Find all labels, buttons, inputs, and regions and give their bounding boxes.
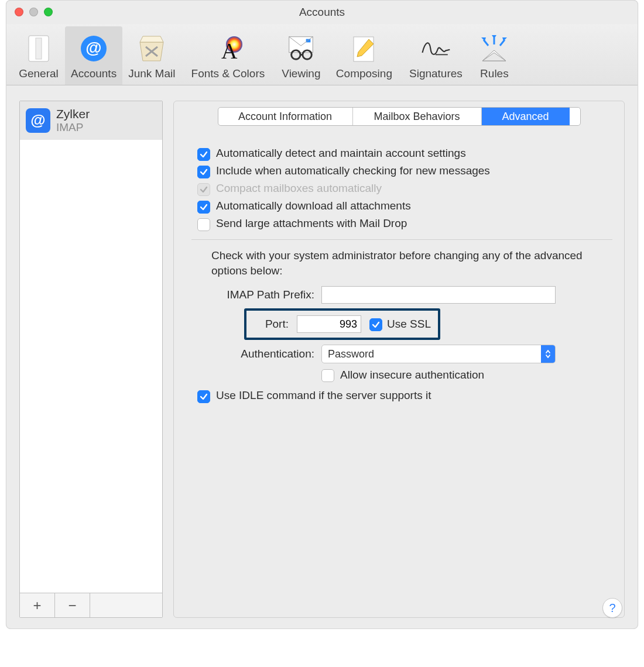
toolbar-item-composing[interactable]: Composing [327, 26, 400, 85]
compact-label: Compact mailboxes automatically [216, 182, 382, 195]
content-area: @ Zylker IMAP + − Account Information Ma… [6, 85, 638, 628]
traffic-lights [15, 8, 53, 16]
allow-insecure-checkbox[interactable] [321, 369, 334, 382]
use-idle-row: Use IDLE command if the server supports … [197, 389, 607, 403]
use-idle-label: Use IDLE command if the server supports … [216, 389, 431, 402]
use-idle-checkbox[interactable] [197, 390, 210, 403]
toolbar-item-label: Rules [480, 67, 509, 80]
toolbar-item-fonts-colors[interactable]: A Fonts & Colors [181, 26, 275, 85]
toolbar-item-general[interactable]: General [12, 26, 65, 85]
account-text: Zylker IMAP [56, 107, 90, 134]
account-subtitle: IMAP [56, 121, 90, 134]
port-input[interactable] [297, 315, 361, 333]
toolbar-item-accounts[interactable]: @ Accounts [65, 26, 122, 85]
opt-auto-detect-row: Automatically detect and maintain accoun… [197, 147, 607, 161]
composing-icon [349, 33, 379, 64]
mail-drop-checkbox[interactable] [197, 218, 210, 231]
sidebar-spacer [90, 593, 162, 617]
svg-text:@: @ [85, 39, 101, 57]
port-highlight-box: Port: Use SSL [244, 308, 440, 340]
toolbar-item-viewing[interactable]: Viewing [275, 26, 327, 85]
auto-download-label: Automatically download all attachments [216, 200, 411, 212]
svg-rect-7 [306, 39, 311, 43]
account-tabs: Account Information Mailbox Behaviors Ad… [218, 107, 581, 126]
preferences-window: Accounts General @ Accounts [6, 0, 638, 629]
auto-detect-label: Automatically detect and maintain accoun… [216, 147, 466, 160]
window-title: Accounts [6, 6, 638, 19]
toolbar-item-signatures[interactable]: Signatures [400, 26, 471, 85]
port-row: Port: Use SSL [197, 308, 607, 340]
toolbar-item-label: General [19, 67, 59, 80]
junk-mail-icon [136, 33, 167, 64]
account-name: Zylker [56, 107, 90, 121]
sidebar-buttons: + − [20, 593, 162, 617]
minimize-window-button[interactable] [29, 8, 38, 16]
fonts-colors-icon: A [213, 33, 243, 64]
auth-select[interactable]: Password [321, 345, 556, 363]
account-detail-pane: Account Information Mailbox Behaviors Ad… [173, 101, 625, 618]
svg-rect-1 [36, 38, 42, 59]
signatures-icon [420, 33, 451, 64]
close-window-button[interactable] [15, 8, 23, 16]
opt-compact-row: Compact mailboxes automatically [197, 182, 607, 196]
advanced-form: Automatically detect and maintain accoun… [174, 132, 624, 412]
toolbar-item-label: Accounts [71, 67, 117, 80]
toolbar-item-junk-mail[interactable]: Junk Mail [122, 26, 181, 85]
auto-download-checkbox[interactable] [197, 201, 210, 214]
accounts-icon: @ [78, 33, 109, 64]
opt-auto-download-row: Automatically download all attachments [197, 200, 607, 214]
toolbar-item-label: Signatures [409, 67, 463, 80]
remove-account-button[interactable]: − [55, 593, 90, 617]
toolbar-item-label: Viewing [282, 67, 320, 80]
include-check-label: Include when automatically checking for … [216, 164, 490, 177]
auto-detect-checkbox[interactable] [197, 148, 210, 161]
mail-drop-label: Send large attachments with Mail Drop [216, 217, 407, 230]
viewing-icon [286, 33, 316, 64]
toolbar-item-rules[interactable]: Rules [471, 26, 518, 85]
port-label: Port: [254, 318, 289, 331]
opt-mail-drop-row: Send large attachments with Mail Drop [197, 217, 607, 231]
imap-prefix-row: IMAP Path Prefix: [197, 286, 607, 304]
auth-label: Authentication: [197, 348, 314, 360]
allow-insecure-label: Allow insecure authentication [340, 369, 484, 381]
use-ssl-label: Use SSL [387, 318, 431, 331]
add-account-button[interactable]: + [20, 593, 55, 617]
rules-icon [479, 33, 509, 64]
at-sign-icon: @ [26, 108, 50, 133]
tab-advanced[interactable]: Advanced [482, 108, 570, 125]
titlebar: Accounts [6, 1, 638, 24]
use-ssl-checkbox[interactable] [369, 318, 382, 331]
divider [191, 239, 612, 240]
tab-account-information[interactable]: Account Information [218, 108, 353, 125]
compact-checkbox [197, 183, 210, 196]
accounts-sidebar: @ Zylker IMAP + − [19, 101, 163, 618]
tab-mailbox-behaviors[interactable]: Mailbox Behaviors [353, 108, 482, 125]
auth-value: Password [322, 348, 380, 360]
opt-include-check-row: Include when automatically checking for … [197, 164, 607, 178]
zoom-window-button[interactable] [44, 8, 53, 16]
imap-prefix-input[interactable] [321, 286, 556, 304]
include-check-checkbox[interactable] [197, 166, 210, 178]
imap-prefix-label: IMAP Path Prefix: [197, 288, 314, 301]
svg-marker-12 [482, 53, 506, 61]
auth-row: Authentication: Password [197, 345, 607, 363]
svg-text:A: A [221, 39, 238, 62]
chevron-updown-icon [541, 345, 555, 363]
toolbar-item-label: Fonts & Colors [191, 67, 265, 80]
general-icon [23, 33, 54, 64]
allow-insecure-row: Allow insecure authentication [321, 368, 607, 382]
help-button[interactable]: ? [602, 598, 622, 618]
accounts-list[interactable]: @ Zylker IMAP [20, 101, 162, 593]
toolbar-item-label: Composing [336, 67, 392, 80]
advanced-help-text: Check with your system administrator bef… [211, 248, 607, 278]
preferences-toolbar: General @ Accounts Junk Mail [6, 24, 638, 85]
account-row[interactable]: @ Zylker IMAP [20, 101, 162, 140]
svg-marker-14 [492, 35, 496, 39]
toolbar-item-label: Junk Mail [128, 67, 175, 80]
